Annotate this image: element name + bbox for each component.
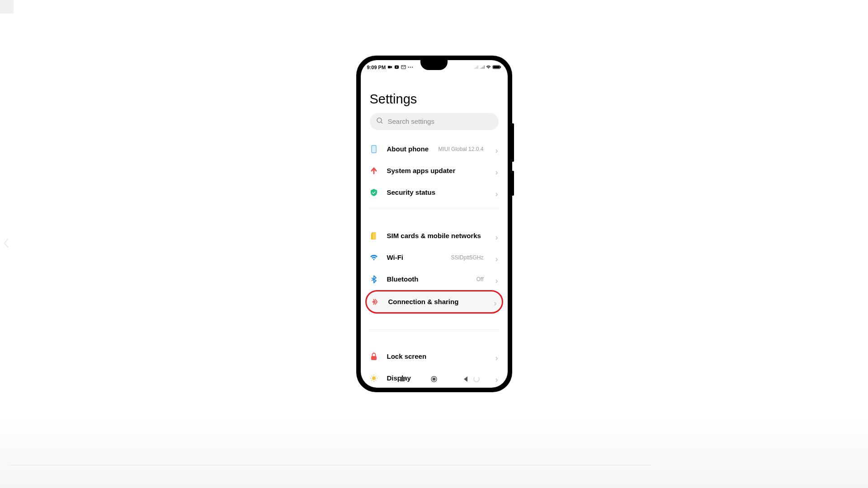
phone-outline-icon [370, 145, 378, 153]
battery-icon [492, 65, 501, 70]
phone-notch [420, 60, 448, 70]
home-button[interactable] [430, 375, 438, 383]
settings-item-system-apps-updater[interactable]: System apps updater [361, 160, 508, 182]
divider [370, 209, 499, 209]
sim-card-icon [370, 232, 378, 240]
settings-item-connection-sharing[interactable]: Connection & sharing [365, 290, 503, 314]
status-time: 9:09 PM [367, 65, 386, 70]
chevron-right-icon [495, 234, 499, 238]
settings-item-label: Security status [387, 188, 486, 196]
settings-item-label: About phone [387, 145, 429, 153]
lock-icon [370, 352, 378, 361]
settings-item-wifi[interactable]: Wi-Fi SSIDptt5GHz [361, 247, 508, 268]
phone-device-frame: 9:09 PM ••• Settings Search settings [356, 56, 512, 392]
gmail-icon [401, 65, 406, 70]
recents-button[interactable] [399, 375, 406, 383]
chevron-right-icon [493, 300, 497, 304]
browser-tab-stub [0, 0, 14, 14]
svg-rect-12 [371, 356, 377, 360]
chevron-right-icon [495, 354, 499, 358]
wifi-icon [370, 253, 378, 262]
signal-2-icon [480, 65, 485, 70]
svg-point-6 [377, 118, 382, 122]
carousel-prev-icon[interactable] [3, 237, 10, 251]
settings-item-label: Connection & sharing [388, 298, 484, 305]
back-button[interactable] [462, 375, 469, 383]
settings-item-about-phone[interactable]: About phone MIUI Global 12.0.4 [361, 138, 508, 160]
settings-item-label: Bluetooth [387, 275, 467, 283]
page-title: Settings [361, 73, 508, 113]
loading-spinner-icon [473, 376, 480, 382]
settings-item-label: System apps updater [387, 167, 486, 174]
svg-line-7 [381, 122, 382, 123]
chevron-right-icon [495, 277, 499, 281]
search-placeholder: Search settings [388, 117, 434, 125]
divider [370, 329, 499, 330]
chevron-right-icon [495, 190, 499, 194]
video-recording-icon [387, 65, 392, 70]
chevron-right-icon [495, 255, 499, 259]
settings-item-label: SIM cards & mobile networks [387, 232, 486, 239]
signal-1-icon [473, 65, 478, 70]
search-icon [376, 117, 383, 126]
svg-rect-10 [373, 232, 376, 239]
wifi-status-icon [486, 65, 491, 70]
more-notifications-icon: ••• [408, 65, 413, 70]
chevron-right-icon [495, 169, 499, 173]
youtube-icon [394, 65, 399, 70]
settings-item-bluetooth[interactable]: Bluetooth Off [361, 268, 508, 290]
svg-rect-22 [400, 377, 405, 381]
settings-item-label: Lock screen [387, 352, 486, 360]
svg-rect-9 [372, 145, 376, 153]
shield-check-icon [370, 188, 378, 197]
search-input[interactable]: Search settings [370, 113, 499, 130]
svg-rect-5 [500, 66, 501, 68]
settings-item-secondary: MIUI Global 12.0.4 [438, 146, 483, 152]
svg-rect-0 [388, 66, 391, 69]
settings-item-lock-screen[interactable]: Lock screen [361, 346, 508, 367]
svg-point-24 [433, 377, 436, 380]
android-nav-bar [361, 372, 508, 386]
settings-item-secondary: Off [476, 276, 484, 282]
settings-item-sim-cards[interactable]: SIM cards & mobile networks [361, 225, 508, 247]
settings-item-label: Wi-Fi [387, 253, 442, 261]
svg-rect-4 [493, 66, 500, 68]
settings-item-secondary: SSIDptt5GHz [451, 254, 483, 261]
bluetooth-icon [370, 275, 378, 283]
upload-arrow-icon [370, 167, 378, 175]
settings-list: About phone MIUI Global 12.0.4 System ap… [361, 138, 508, 388]
settings-item-security-status[interactable]: Security status [361, 182, 508, 203]
decorative-line [9, 465, 651, 465]
connection-sharing-icon [371, 298, 379, 306]
chevron-right-icon [495, 147, 499, 151]
phone-screen: 9:09 PM ••• Settings Search settings [361, 60, 508, 388]
